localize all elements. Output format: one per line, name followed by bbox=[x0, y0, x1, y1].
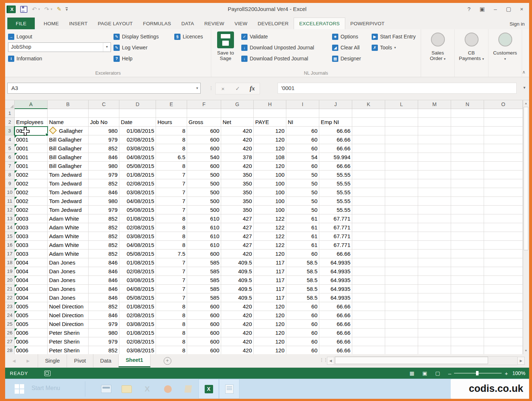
tab-scrollbar-splitter[interactable]: ⋮⋮ bbox=[319, 357, 327, 363]
cell-J11[interactable]: 55.55 bbox=[319, 197, 352, 206]
save-to-sage-button[interactable]: Save to Sage bbox=[213, 31, 238, 67]
cell-C9[interactable]: 852 bbox=[89, 179, 119, 188]
cell-M17[interactable] bbox=[418, 250, 451, 258]
cell-I9[interactable]: 50 bbox=[286, 179, 319, 188]
cell-B27[interactable]: Peter Sherin bbox=[48, 337, 89, 346]
app-beige-icon[interactable] bbox=[178, 379, 198, 399]
cell-D15[interactable]: 03/08/2015 bbox=[119, 232, 156, 241]
cell-H22[interactable]: 117 bbox=[254, 293, 286, 302]
cell-K15[interactable] bbox=[352, 232, 385, 241]
cell-D25[interactable]: 03/08/2015 bbox=[119, 320, 156, 329]
cell-M4[interactable] bbox=[418, 135, 451, 144]
cell-K27[interactable] bbox=[352, 337, 385, 346]
document-app-icon[interactable] bbox=[219, 379, 239, 399]
cell-F2[interactable]: Gross bbox=[187, 118, 221, 127]
cell-K4[interactable] bbox=[352, 135, 385, 144]
information-button[interactable]: i Information bbox=[8, 54, 42, 63]
cell-D1[interactable] bbox=[119, 109, 156, 118]
horizontal-scroll-track[interactable] bbox=[334, 356, 517, 365]
cell-E24[interactable]: 8 bbox=[156, 311, 187, 320]
column-header-D[interactable]: D bbox=[119, 100, 156, 109]
row-header-5[interactable]: 5 bbox=[5, 144, 15, 153]
cell-H10[interactable]: 100 bbox=[254, 188, 286, 197]
cell-M10[interactable] bbox=[418, 188, 451, 197]
cell-J21[interactable]: 64.9935 bbox=[319, 285, 352, 293]
logout-button[interactable]: → Logout bbox=[8, 32, 32, 41]
clear-all-button[interactable]: ◢ Clear All bbox=[332, 43, 360, 52]
cell-H28[interactable]: 120 bbox=[254, 346, 286, 354]
cell-K18[interactable] bbox=[352, 258, 385, 267]
cell-L20[interactable] bbox=[385, 276, 418, 285]
cell-N13[interactable] bbox=[451, 214, 484, 223]
zoom-slider-thumb[interactable] bbox=[476, 371, 479, 375]
cell-I16[interactable]: 61 bbox=[286, 241, 319, 250]
cell-B19[interactable]: Dan Jones bbox=[48, 267, 89, 276]
row-header-9[interactable]: 9 bbox=[5, 179, 15, 188]
cell-E19[interactable]: 7 bbox=[156, 267, 187, 276]
selected-cell-A3[interactable]: 00 bbox=[15, 127, 48, 135]
display-settings-button[interactable]: ✎ Display Settings bbox=[114, 32, 159, 41]
cell-O26[interactable] bbox=[484, 329, 523, 337]
cell-D9[interactable]: 02/08/2015 bbox=[119, 179, 156, 188]
cell-K10[interactable] bbox=[352, 188, 385, 197]
cell-A6[interactable]: 0001 bbox=[15, 153, 48, 162]
cell-H1[interactable] bbox=[254, 109, 286, 118]
cell-O10[interactable] bbox=[484, 188, 523, 197]
cell-I7[interactable]: 60 bbox=[286, 162, 319, 170]
cell-K24[interactable] bbox=[352, 311, 385, 320]
cell-L6[interactable] bbox=[385, 153, 418, 162]
cell-G21[interactable]: 409.5 bbox=[221, 285, 254, 293]
cell-I10[interactable]: 50 bbox=[286, 188, 319, 197]
cell-N27[interactable] bbox=[451, 337, 484, 346]
sign-in-link[interactable]: Sign in bbox=[510, 21, 525, 27]
ribbon-display-options-icon[interactable]: ▣ bbox=[476, 3, 489, 15]
cell-A19[interactable]: 0004 bbox=[15, 267, 48, 276]
cell-N9[interactable] bbox=[451, 179, 484, 188]
cell-B18[interactable]: Dan Jones bbox=[48, 258, 89, 267]
column-header-J[interactable]: J bbox=[319, 100, 352, 109]
cell-D5[interactable]: 03/08/2015 bbox=[119, 144, 156, 153]
cell-B17[interactable]: Adam White bbox=[48, 250, 89, 258]
cell-F19[interactable]: 585 bbox=[187, 267, 221, 276]
cell-G1[interactable] bbox=[221, 109, 254, 118]
cell-M11[interactable] bbox=[418, 197, 451, 206]
row-header-19[interactable]: 19 bbox=[5, 267, 15, 276]
cell-E7[interactable]: 8 bbox=[156, 162, 187, 170]
cell-D12[interactable]: 05/08/2015 bbox=[119, 206, 156, 214]
cell-H26[interactable]: 120 bbox=[254, 329, 286, 337]
row-header-10[interactable]: 10 bbox=[5, 188, 15, 197]
cell-K9[interactable] bbox=[352, 179, 385, 188]
cell-D27[interactable]: 02/08/2015 bbox=[119, 337, 156, 346]
cell-B11[interactable]: Tom Jedward bbox=[48, 197, 89, 206]
cell-F4[interactable]: 600 bbox=[187, 135, 221, 144]
column-header-H[interactable]: H bbox=[254, 100, 286, 109]
cell-B21[interactable]: Dan Jones bbox=[48, 285, 89, 293]
cell-C12[interactable]: 979 bbox=[89, 206, 119, 214]
cell-E8[interactable]: 7 bbox=[156, 170, 187, 179]
cell-O14[interactable] bbox=[484, 223, 523, 232]
cell-B13[interactable]: Adam White bbox=[48, 214, 89, 223]
cell-E26[interactable]: 8 bbox=[156, 329, 187, 337]
cell-G9[interactable]: 350 bbox=[221, 179, 254, 188]
next-sheet-icon[interactable]: ▶ bbox=[26, 359, 29, 363]
cell-M19[interactable] bbox=[418, 267, 451, 276]
cell-F1[interactable] bbox=[187, 109, 221, 118]
cell-A1[interactable] bbox=[15, 109, 48, 118]
cell-L26[interactable] bbox=[385, 329, 418, 337]
cell-G22[interactable]: 409.5 bbox=[221, 293, 254, 302]
cell-A14[interactable]: 0003 bbox=[15, 223, 48, 232]
cell-E23[interactable]: 8 bbox=[156, 302, 187, 311]
cell-N10[interactable] bbox=[451, 188, 484, 197]
cell-K14[interactable] bbox=[352, 223, 385, 232]
cell-F15[interactable]: 610 bbox=[187, 232, 221, 241]
cell-E15[interactable]: 8 bbox=[156, 232, 187, 241]
cell-B7[interactable]: Bill Gallagher bbox=[48, 162, 89, 170]
column-header-F[interactable]: F bbox=[187, 100, 221, 109]
cell-H23[interactable]: 120 bbox=[254, 302, 286, 311]
cell-A11[interactable]: 0002 bbox=[15, 197, 48, 206]
expand-formula-bar-icon[interactable]: ▾ bbox=[523, 85, 525, 90]
vertical-scrollbar[interactable]: ▲ ▼ bbox=[523, 100, 529, 354]
tab-developer[interactable]: DEVELOPER bbox=[253, 18, 294, 29]
cell-E3[interactable]: 8 bbox=[156, 127, 187, 135]
row-header-12[interactable]: 12 bbox=[5, 206, 15, 214]
